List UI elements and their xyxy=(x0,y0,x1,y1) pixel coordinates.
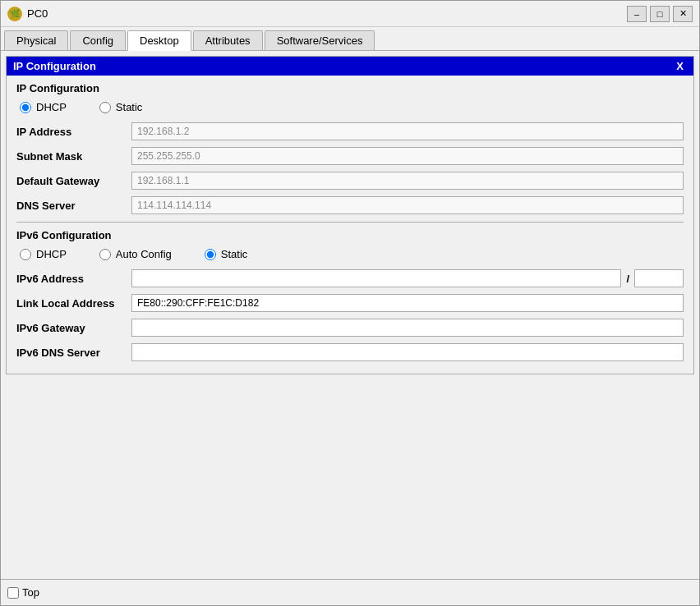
tab-bar: Physical Config Desktop Attributes Softw… xyxy=(1,27,699,51)
tab-desktop[interactable]: Desktop xyxy=(127,30,191,51)
dns-server-label: DNS Server xyxy=(16,200,131,212)
tab-attributes[interactable]: Attributes xyxy=(193,30,263,50)
ipv6-config-section-title: IPv6 Configuration xyxy=(16,229,684,241)
ipv6-address-input[interactable] xyxy=(131,269,621,287)
top-checkbox-label[interactable]: Top xyxy=(7,586,39,599)
ipv6-dhcp-radio-label[interactable]: DHCP xyxy=(20,248,67,260)
tab-config[interactable]: Config xyxy=(70,30,126,50)
ip-address-row: IP Address xyxy=(16,122,684,141)
main-window: 🌿 PC0 – □ ✕ Physical Config Desktop Attr… xyxy=(0,0,700,606)
panel-close-button[interactable]: X xyxy=(673,60,687,72)
ipv6-address-label: IPv6 Address xyxy=(16,273,131,285)
panel-body: IP Configuration DHCP Static IP Address xyxy=(7,76,693,374)
static-radio-label[interactable]: Static xyxy=(99,101,143,113)
ipv6-static-label: Static xyxy=(221,248,248,260)
section-divider xyxy=(16,222,684,223)
ipv6-dns-server-label: IPv6 DNS Server xyxy=(16,347,131,359)
close-window-button[interactable]: ✕ xyxy=(673,6,693,22)
default-gateway-label: Default Gateway xyxy=(16,175,131,187)
title-bar-controls: – □ ✕ xyxy=(627,6,693,22)
ipv6-prefix-input[interactable] xyxy=(634,269,684,287)
default-gateway-row: Default Gateway xyxy=(16,171,684,191)
ipv6-dns-server-input[interactable] xyxy=(131,343,684,361)
ipv6-slash: / xyxy=(624,273,631,285)
title-bar-left: 🌿 PC0 xyxy=(7,7,48,21)
ip-mode-radio-row: DHCP Static xyxy=(16,101,684,113)
main-content: IP Configuration X IP Configuration DHCP… xyxy=(1,51,699,579)
static-radio[interactable] xyxy=(99,102,111,113)
tab-physical[interactable]: Physical xyxy=(4,30,68,50)
title-bar: 🌿 PC0 – □ ✕ xyxy=(1,1,699,27)
ipv6-static-radio[interactable] xyxy=(205,249,216,260)
ipv6-gateway-label: IPv6 Gateway xyxy=(16,322,131,334)
link-local-address-input[interactable] xyxy=(131,294,684,312)
ipv6-address-row: IPv6 Address / xyxy=(16,269,684,288)
ipv6-autoconfig-label: Auto Config xyxy=(116,248,172,260)
ipv6-address-field-group: / xyxy=(131,269,684,287)
ip-address-label: IP Address xyxy=(16,126,131,138)
panel-header: IP Configuration X xyxy=(7,57,693,76)
dhcp-radio[interactable] xyxy=(20,102,31,113)
ipv6-autoconfig-radio-label[interactable]: Auto Config xyxy=(99,248,172,260)
tab-software-services[interactable]: Software/Services xyxy=(265,30,375,50)
panel-title: IP Configuration xyxy=(13,60,96,72)
dhcp-label: DHCP xyxy=(36,101,67,113)
ipv6-mode-radio-row: DHCP Auto Config Static xyxy=(16,248,684,260)
dns-server-input[interactable] xyxy=(131,196,684,214)
top-label: Top xyxy=(22,586,39,599)
ipv6-dns-server-row: IPv6 DNS Server xyxy=(16,342,684,362)
ipv6-autoconfig-radio[interactable] xyxy=(99,249,111,260)
ipv6-static-radio-label[interactable]: Static xyxy=(205,248,248,260)
ipv6-gateway-row: IPv6 Gateway xyxy=(16,318,684,337)
maximize-button[interactable]: □ xyxy=(650,6,670,22)
ip-address-input[interactable] xyxy=(131,122,684,140)
link-local-address-row: Link Local Address xyxy=(16,293,684,313)
default-gateway-input[interactable] xyxy=(131,172,684,190)
static-label: Static xyxy=(116,101,143,113)
ipv6-gateway-input[interactable] xyxy=(131,319,684,337)
link-local-address-label: Link Local Address xyxy=(16,297,131,310)
dhcp-radio-label[interactable]: DHCP xyxy=(20,101,67,113)
subnet-mask-input[interactable] xyxy=(131,147,684,165)
minimize-button[interactable]: – xyxy=(627,6,647,22)
ipv6-dhcp-radio[interactable] xyxy=(20,249,31,260)
subnet-mask-label: Subnet Mask xyxy=(16,150,131,163)
subnet-mask-row: Subnet Mask xyxy=(16,146,684,166)
window-title: PC0 xyxy=(27,7,48,20)
ipv6-dhcp-label: DHCP xyxy=(36,248,67,260)
app-icon: 🌿 xyxy=(7,7,22,21)
ip-config-section-title: IP Configuration xyxy=(16,82,684,94)
dns-server-row: DNS Server xyxy=(16,195,684,215)
bottom-bar: Top xyxy=(1,579,699,605)
ip-configuration-panel: IP Configuration X IP Configuration DHCP… xyxy=(6,56,694,374)
top-checkbox[interactable] xyxy=(7,587,19,599)
